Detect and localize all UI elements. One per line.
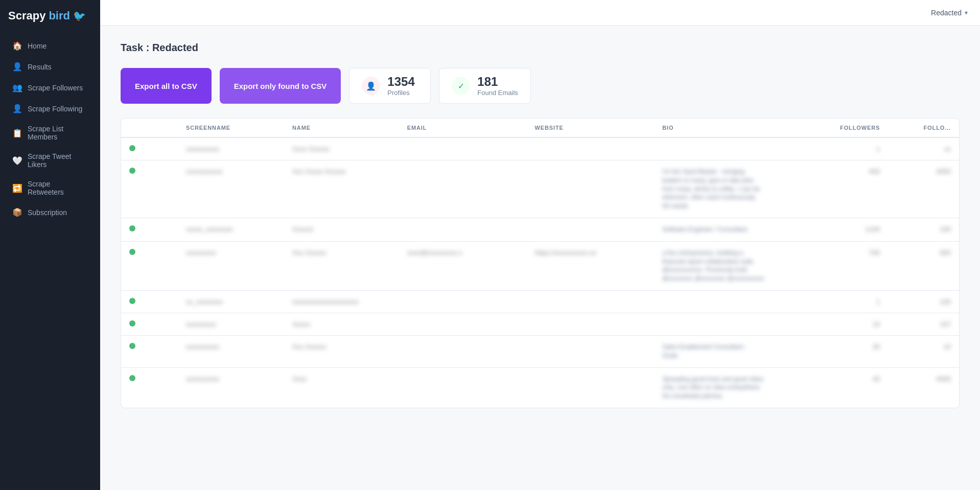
processed-dot bbox=[129, 145, 135, 151]
scrape-followers-icon: 👥 bbox=[12, 83, 22, 92]
scrape-tweet-likers-icon: 🤍 bbox=[12, 156, 22, 166]
emails-stat-card: ✓ 181 Found Emails bbox=[439, 68, 530, 104]
cell-following-1: 4000 bbox=[888, 160, 959, 218]
cell-following-2: 100 bbox=[888, 218, 959, 241]
cell-screenname-5: xxxxxxxxx bbox=[178, 313, 284, 335]
bio-text-1: I'm the Sand Blaster - bringing leaders … bbox=[662, 168, 764, 211]
col-header-website: WEBSITE bbox=[526, 119, 654, 137]
sidebar-item-scrape-followers[interactable]: 👥 Scrape Followers bbox=[4, 78, 96, 98]
table-header: SCREENNAME NAME EMAIL WEBSITE BIO FOLLOW… bbox=[121, 119, 959, 137]
col-header-processed bbox=[121, 119, 178, 137]
cell-website-2 bbox=[526, 218, 654, 241]
sidebar-item-label-scrape-retweeters: Scrape Retweeters bbox=[28, 180, 88, 196]
sidebar-item-subscription[interactable]: 📦 Subscription bbox=[4, 202, 96, 222]
cell-followers-5: 10 bbox=[810, 313, 888, 335]
scrape-list-members-icon: 📋 bbox=[12, 128, 22, 138]
cell-bio-2: Software Engineer / Consultant bbox=[654, 218, 810, 241]
cell-following-0: xx bbox=[888, 137, 959, 160]
table-row: xxxxxxxxxx Xxx Xxxxxx Sales Enablement C… bbox=[121, 335, 959, 367]
cell-website-3: https://xxxxxxxxxx.xx bbox=[526, 241, 654, 290]
cell-following-5: 107 bbox=[888, 313, 959, 335]
cell-following-4: 100 bbox=[888, 290, 959, 313]
col-header-name: NAME bbox=[284, 119, 399, 137]
cell-screenname-6: xxxxxxxxxx bbox=[178, 335, 284, 367]
emails-stat-info: 181 Found Emails bbox=[477, 76, 518, 97]
page-title: Task : Redacted bbox=[121, 42, 960, 54]
cell-processed-4 bbox=[121, 290, 178, 313]
processed-dot bbox=[129, 343, 135, 349]
sidebar-item-scrape-tweet-likers[interactable]: 🤍 Scrape Tweet Likers bbox=[4, 147, 96, 174]
export-found-button[interactable]: Export only found to CSV bbox=[220, 68, 341, 104]
cell-email-2 bbox=[399, 218, 527, 241]
cell-bio-6: Sales Enablement Consultant - Scale. bbox=[654, 335, 810, 367]
sidebar-item-scrape-following[interactable]: 👤 Scrape Following bbox=[4, 99, 96, 119]
bio-text-3: a flux entrepreneur, building a financia… bbox=[662, 249, 764, 283]
cell-name-7: Xxxx bbox=[284, 367, 399, 408]
table-row: xxxxxxxxx Xxxxx 10 107 bbox=[121, 313, 959, 335]
export-all-button[interactable]: Export all to CSV bbox=[121, 68, 212, 104]
processed-dot bbox=[129, 298, 135, 304]
cell-screenname-4: xx_xxxxxxxx bbox=[178, 290, 284, 313]
profiles-stat-card: 👤 1354 Profiles bbox=[349, 68, 431, 104]
sidebar-item-label-home: Home bbox=[28, 42, 46, 50]
content-area: Task : Redacted Export all to CSV Export… bbox=[100, 26, 980, 490]
col-header-followers: FOLLOWERS bbox=[810, 119, 888, 137]
cell-website-0 bbox=[526, 137, 654, 160]
table-body: xxxxxxxxxx Xxxx Xxxxxx 1 xx xxxxxxxxxxx … bbox=[121, 137, 959, 408]
cell-website-7 bbox=[526, 367, 654, 408]
table-row: xxxxx_xxxxxxxx Xxxxxx Software Engineer … bbox=[121, 218, 959, 241]
sidebar-item-home[interactable]: 🏠 Home bbox=[4, 36, 96, 56]
cell-website-5 bbox=[526, 313, 654, 335]
home-icon: 🏠 bbox=[12, 41, 22, 51]
bio-text-7: Spreading good tools and good vibes only… bbox=[662, 375, 764, 401]
cell-followers-3: 700 bbox=[810, 241, 888, 290]
cell-name-4: xxxxxxxxxxxxxxxxxxxx bbox=[284, 290, 399, 313]
emails-icon: ✓ bbox=[452, 77, 470, 95]
sidebar-item-label-scrape-list-members: Scrape List Members bbox=[28, 125, 88, 141]
col-header-bio: BIO bbox=[654, 119, 810, 137]
col-header-following: FOLLO... bbox=[888, 119, 959, 137]
cell-name-3: Xxx Xxxxxx bbox=[284, 241, 399, 290]
emails-count: 181 bbox=[477, 76, 518, 88]
cell-name-5: Xxxxx bbox=[284, 313, 399, 335]
sidebar-item-label-results: Results bbox=[28, 63, 52, 71]
results-icon: 👤 bbox=[12, 62, 22, 72]
chevron-down-icon: ▾ bbox=[965, 9, 968, 16]
cell-processed-3 bbox=[121, 241, 178, 290]
table-row: xx_xxxxxxxx xxxxxxxxxxxxxxxxxxxx 1 100 bbox=[121, 290, 959, 313]
cell-bio-3: a flux entrepreneur, building a financia… bbox=[654, 241, 810, 290]
stats-row: Export all to CSV Export only found to C… bbox=[121, 68, 960, 104]
bird-icon: 🐦 bbox=[73, 10, 86, 22]
cell-processed-5 bbox=[121, 313, 178, 335]
profiles-icon: 👤 bbox=[362, 77, 380, 95]
cell-bio-1: I'm the Sand Blaster - bringing leaders … bbox=[654, 160, 810, 218]
sidebar-item-scrape-list-members[interactable]: 📋 Scrape List Members bbox=[4, 120, 96, 146]
cell-processed-0 bbox=[121, 137, 178, 160]
table-row: xxxxxxxxxx Xxxx Xxxxxx 1 xx bbox=[121, 137, 959, 160]
processed-dot bbox=[129, 375, 135, 381]
cell-name-0: Xxxx Xxxxxx bbox=[284, 137, 399, 160]
topbar: Redacted ▾ bbox=[100, 0, 980, 26]
sidebar-item-results[interactable]: 👤 Results bbox=[4, 57, 96, 77]
app-name-scrapy: Scrapy bbox=[8, 9, 45, 22]
processed-dot bbox=[129, 168, 135, 174]
cell-processed-1 bbox=[121, 160, 178, 218]
cell-processed-6 bbox=[121, 335, 178, 367]
processed-dot bbox=[129, 225, 135, 231]
profiles-label: Profiles bbox=[387, 89, 414, 97]
cell-email-7 bbox=[399, 367, 527, 408]
cell-email-3: xxxx@xxxxxxxxx.x bbox=[399, 241, 527, 290]
bio-text-2: Software Engineer / Consultant bbox=[662, 225, 764, 234]
user-menu[interactable]: Redacted ▾ bbox=[931, 9, 968, 17]
processed-dot bbox=[129, 249, 135, 255]
cell-name-1: Xxx Xxxxx Xxxxxx bbox=[284, 160, 399, 218]
cell-followers-4: 1 bbox=[810, 290, 888, 313]
bio-text-6: Sales Enablement Consultant - Scale. bbox=[662, 343, 764, 360]
sidebar-item-label-scrape-following: Scrape Following bbox=[28, 105, 82, 113]
cell-email-4 bbox=[399, 290, 527, 313]
app-logo: Scrapybird 🐦 bbox=[0, 0, 100, 32]
profiles-stat-info: 1354 Profiles bbox=[387, 76, 414, 97]
sidebar-item-scrape-retweeters[interactable]: 🔁 Scrape Retweeters bbox=[4, 175, 96, 201]
cell-email-0 bbox=[399, 137, 527, 160]
cell-bio-5 bbox=[654, 313, 810, 335]
